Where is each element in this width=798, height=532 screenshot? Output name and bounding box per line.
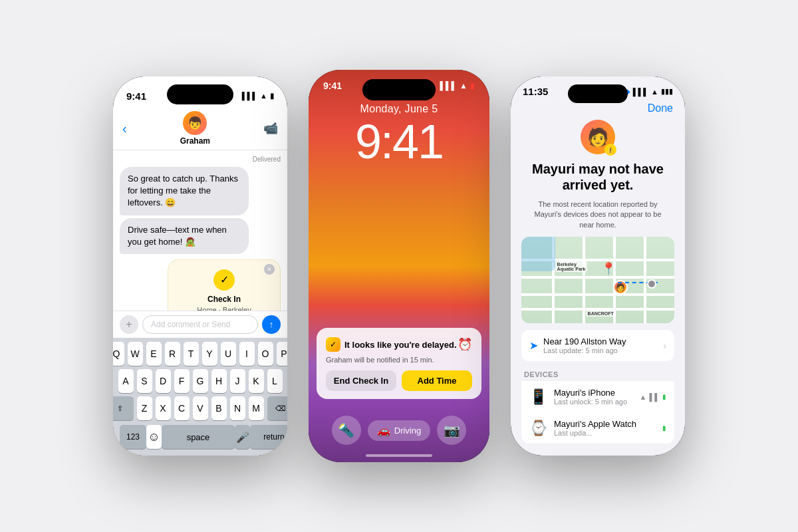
mic-key[interactable]: 🎤	[235, 425, 250, 449]
key-i[interactable]: I	[239, 342, 255, 366]
device-watch-info: Mayuri's Apple Watch Last upda...	[554, 419, 656, 437]
iphone-wifi-icon: ▲	[640, 393, 647, 401]
key-z[interactable]: Z	[137, 396, 152, 420]
device-row-iphone[interactable]: 📱 Mayuri's iPhone Last unlock: 5 min ago…	[521, 381, 674, 412]
camera-button[interactable]: 📷	[437, 416, 466, 445]
device-watch-name: Mayuri's Apple Watch	[554, 419, 656, 429]
keyboard: Q W E R T Y U I O P A S D F G H J K L	[113, 338, 287, 456]
delete-key[interactable]: ⌫	[267, 396, 288, 420]
key-v[interactable]: V	[193, 396, 208, 420]
lock-clock: 9:41	[309, 118, 489, 166]
add-attachment-button[interactable]: +	[120, 315, 138, 334]
driving-icon: 🚗	[377, 424, 390, 437]
key-g[interactable]: G	[193, 369, 208, 393]
device-iphone-status: ▲ ▌▌ ▮	[640, 393, 666, 401]
shift-key[interactable]: ⇧	[113, 396, 134, 420]
notification-body: Graham will be notified in 15 min.	[326, 356, 472, 364]
message-bubble-1: So great to catch up. Thanks for letting…	[120, 167, 249, 215]
alert-badge: ⚠️	[604, 144, 616, 156]
device-iphone-time: Last unlock: 5 min ago	[554, 398, 633, 406]
key-n[interactable]: N	[230, 396, 245, 420]
home-indicator-2	[366, 454, 432, 457]
location-name: Near 190 Allston Way	[543, 336, 658, 346]
location-row[interactable]: ➤ Near 190 Allston Way Last update: 5 mi…	[521, 330, 674, 361]
key-l[interactable]: L	[267, 369, 283, 393]
status-time-1: 9:41	[126, 90, 146, 102]
key-h[interactable]: H	[211, 369, 227, 393]
map-label-bancroft: BANCROFT	[586, 311, 616, 317]
key-x[interactable]: X	[156, 396, 171, 420]
key-r[interactable]: R	[165, 342, 180, 366]
key-o[interactable]: O	[258, 342, 273, 366]
key-p[interactable]: P	[277, 342, 288, 366]
keyboard-row-3: ⇧ Z X C V B N M ⌫	[116, 396, 285, 420]
lock-bottom-bar: 🔦 🚗 Driving 📷	[309, 416, 489, 445]
key-a[interactable]: A	[118, 369, 134, 393]
checkin-close-button[interactable]: ✕	[264, 264, 275, 275]
message-input[interactable]: Add comment or Send	[142, 315, 258, 334]
notification-title: It looks like you're delayed.	[344, 340, 458, 350]
lock-status-time: 9:41	[323, 80, 342, 91]
findmy-battery-icon: ▮▮▮	[661, 87, 673, 96]
keyboard-row-2: A S D F G H J K L	[116, 369, 285, 393]
iphone-battery-icon: ▮	[662, 393, 666, 400]
key-e[interactable]: E	[146, 342, 162, 366]
checkin-card: ✕ ✓ Check In Home · Berkeley Around 11:0…	[168, 259, 281, 311]
map-background: BerkeleyAquatic Park BANCROFT 📍 🧑	[521, 237, 674, 323]
done-button[interactable]: Done	[648, 102, 673, 114]
devices-section: DEVICES 📱 Mayuri's iPhone Last unlock: 5…	[521, 370, 674, 444]
send-button[interactable]: ↑	[262, 315, 281, 334]
key-q[interactable]: Q	[113, 342, 124, 366]
wifi-icon-1: ▲	[260, 92, 267, 100]
checkin-checkmark-icon: ✓	[213, 269, 235, 291]
add-time-button[interactable]: Add Time	[402, 370, 472, 391]
notification-buttons: End Check In Add Time	[326, 370, 472, 391]
key-f[interactable]: F	[174, 369, 190, 393]
location-text: Near 190 Allston Way Last update: 5 min …	[543, 336, 658, 354]
checkin-title: Check In	[179, 295, 269, 304]
return-key[interactable]: return	[250, 425, 287, 449]
driving-mode-button[interactable]: 🚗 Driving	[368, 420, 430, 441]
devices-section-label: DEVICES	[521, 370, 674, 378]
emoji-key[interactable]: ☺	[146, 425, 162, 449]
phone1-screen: 9:41 ▌▌▌ ▲ ▮ ‹ 👦 Graham 📹 Delivered So g…	[113, 76, 287, 456]
dynamic-island-3	[568, 84, 628, 103]
lock-signal-icon: ▌▌▌	[440, 81, 458, 90]
key-m[interactable]: M	[249, 396, 264, 420]
video-call-button[interactable]: 📹	[263, 121, 278, 136]
checkin-notification: ✓ It looks like you're delayed. ⏰ Graham…	[317, 328, 481, 399]
keyboard-bottom-row: 123 ☺ space 🎤 return	[116, 424, 285, 450]
device-row-watch[interactable]: ⌚ Mayuri's Apple Watch Last upda... ▮	[521, 412, 674, 444]
flashlight-button[interactable]: 🔦	[332, 416, 361, 445]
key-w[interactable]: W	[128, 342, 143, 366]
key-b[interactable]: B	[211, 396, 227, 420]
lock-battery-icon: ▮	[470, 81, 475, 90]
delivered-label: Delivered	[120, 156, 281, 163]
checkin-destination: Home · Berkeley Around 11:00 PM	[179, 305, 269, 311]
watch-device-icon: ⌚	[529, 420, 547, 437]
alert-title: Mayuri may not have arrived yet.	[521, 161, 674, 193]
back-button[interactable]: ‹	[122, 121, 127, 136]
findmy-content: 🧑 ⚠️ Mayuri may not have arrived yet. Th…	[511, 120, 685, 456]
key-d[interactable]: D	[156, 369, 171, 393]
key-k[interactable]: K	[249, 369, 264, 393]
contact-name: Graham	[180, 136, 210, 146]
lock-date: Monday, June 5	[309, 103, 489, 115]
end-checkin-button[interactable]: End Check In	[326, 370, 396, 391]
numbers-key[interactable]: 123	[120, 425, 146, 449]
device-iphone-name: Mayuri's iPhone	[554, 388, 633, 398]
findmy-status-time: 11:35	[523, 86, 548, 97]
iphone-signal-icon: ▌▌	[649, 393, 660, 401]
key-j[interactable]: J	[230, 369, 245, 393]
message-bubble-2: Drive safe—text me when you get home! 🧟	[120, 218, 249, 254]
contact-header[interactable]: 👦 Graham	[180, 111, 210, 146]
space-key[interactable]: space	[162, 425, 235, 449]
checkin-app-icon: ✓	[326, 337, 340, 352]
key-t[interactable]: T	[184, 342, 199, 366]
key-c[interactable]: C	[174, 396, 190, 420]
key-u[interactable]: U	[221, 342, 236, 366]
imessage-header: ‹ 👦 Graham 📹	[113, 108, 287, 150]
map-view[interactable]: BerkeleyAquatic Park BANCROFT 📍 🧑	[521, 237, 674, 323]
key-y[interactable]: Y	[202, 342, 217, 366]
key-s[interactable]: S	[137, 369, 152, 393]
